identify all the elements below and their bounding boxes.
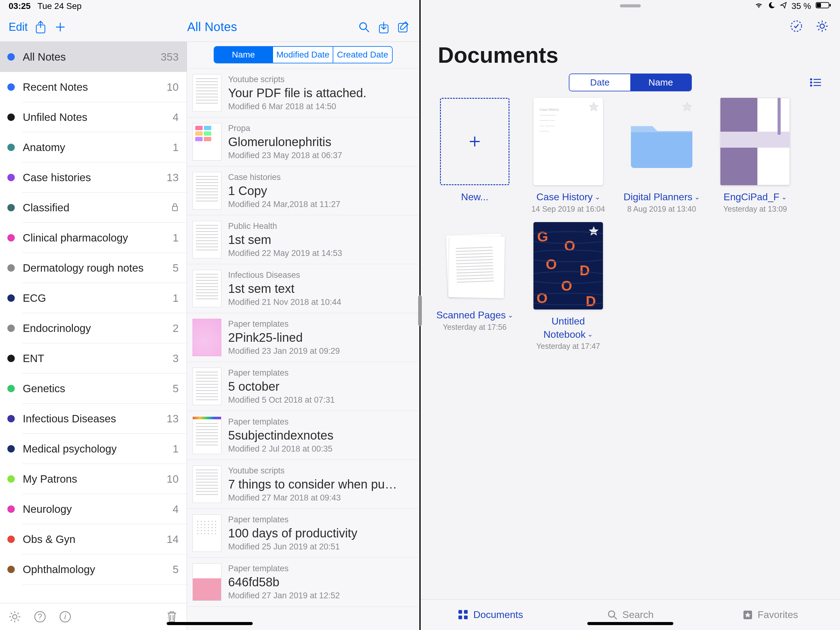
sidebar-item[interactable]: Endocrinology2 [0,313,186,343]
grabber-handle[interactable] [620,4,641,7]
home-indicator[interactable] [167,622,253,625]
note-category: Youtube scripts [228,74,366,84]
folder-count: 2 [173,322,178,334]
sidebar-item[interactable]: Ophthalmology5 [0,554,186,584]
folder-label: Medical psychology [23,443,173,455]
search-icon[interactable] [354,18,374,36]
document-cell[interactable]: Digital Planners⌄8 Aug 2019 at 13:40 [625,98,699,214]
folder-dot-icon [7,53,15,60]
sort-segment[interactable]: Name Modified Date Created Date [214,46,393,63]
document-name[interactable]: Digital Planners⌄ [624,192,700,203]
note-modified: Modified 25 Jun 2019 at 20:51 [228,542,357,552]
svg-rect-20 [458,616,462,619]
folder-count: 13 [167,413,178,425]
svg-point-15 [810,79,812,80]
document-date: 8 Aug 2019 at 13:40 [627,204,696,214]
document-date: Yesterday at 17:47 [536,342,600,351]
note-row[interactable]: Youtube scripts7 things to consider when… [187,460,419,509]
document-name[interactable]: UntitledNotebook ⌄ [543,316,593,340]
sidebar-item[interactable]: Neurology4 [0,494,186,524]
sidebar-item[interactable]: ENT3 [0,343,186,374]
sidebar-item[interactable]: Medical psychology1 [0,434,186,464]
sidebar-item[interactable]: Clinical pharmacology1 [0,223,186,253]
folder-dot-icon [7,355,15,362]
settings-gear-icon[interactable] [814,18,830,34]
sidebar-item[interactable]: Dermatology rough notes5 [0,253,186,283]
note-row[interactable]: Paper templates2Pink25-linedModified 23 … [187,313,419,362]
battery-percent: 35 % [791,1,811,11]
compose-icon[interactable] [393,18,413,36]
split-handle[interactable] [418,295,422,326]
document-date: Yesterday at 17:56 [443,323,507,332]
document-cell[interactable]: Case History─────────── ──── ────────Cas… [531,98,605,214]
document-name[interactable]: New... [461,192,489,203]
notes-toolbar: Edit All Notes [0,12,419,42]
sidebar-item[interactable]: My Patrons10 [0,464,186,494]
note-row[interactable]: Youtube scriptsYour PDF file is attached… [187,69,419,117]
sidebar-item[interactable]: Anatomy1 [0,132,186,162]
document-name[interactable]: EngCiPad_F⌄ [723,192,786,203]
sort-modified[interactable]: Modified Date [273,47,333,63]
note-modified: Modified 21 Nov 2018 at 10:44 [228,298,341,307]
note-modified: Modified 27 Mar 2018 at 09:43 [228,493,397,503]
sidebar-item[interactable]: Classified [0,193,186,223]
note-title: Your PDF file is attached. [228,86,366,100]
folder-dot-icon [7,174,15,181]
sidebar-item[interactable]: Unfiled Notes4 [0,102,186,132]
note-row[interactable]: Public Health1st semModified 22 May 2019… [187,215,419,264]
info-icon[interactable]: i [57,608,74,625]
tab-search[interactable]: Search [561,600,700,630]
document-name[interactable]: Case History⌄ [536,192,600,203]
note-row[interactable]: Paper templates5subjectindexnotesModifie… [187,411,419,460]
sort-name[interactable]: Name [214,47,273,63]
lock-icon [171,203,178,212]
sort-created[interactable]: Created Date [333,47,392,63]
sidebar-item[interactable]: Genetics5 [0,374,186,404]
note-row[interactable]: Paper templates646fd58bModified 27 Jan 2… [187,558,419,606]
document-cell[interactable]: EngCiPad_F⌄Yesterday at 13:09 [718,98,792,214]
note-modified: Modified 27 Jan 2019 at 12:52 [228,591,340,600]
add-icon[interactable] [51,18,70,36]
sync-icon[interactable] [788,18,804,34]
document-cell[interactable]: Scanned Pages⌄Yesterday at 17:56 [438,222,512,351]
sidebar-item[interactable]: Recent Notes10 [0,72,186,102]
svg-rect-11 [816,3,821,7]
sort-date[interactable]: Date [569,74,630,91]
tab-documents[interactable]: Documents [421,600,561,630]
note-thumbnail [193,123,221,161]
svg-text:i: i [64,612,66,621]
document-cell[interactable]: GOODOODUntitledNotebook ⌄Yesterday at 17… [531,222,605,351]
tab-search-label: Search [622,609,654,621]
note-modified: Modified 6 Mar 2018 at 14:50 [228,102,366,111]
gear-icon[interactable] [6,608,24,625]
sidebar-item[interactable]: ECG1 [0,283,186,313]
sidebar-item[interactable]: Case histories13 [0,162,186,193]
note-row[interactable]: Case histories1 CopyModified 24 Mar,2018… [187,166,419,215]
help-icon[interactable]: ? [32,608,49,625]
note-row[interactable]: Paper templates100 days of productivityM… [187,509,419,558]
folder-label: Infectious Diseases [23,413,167,425]
sort-segment-docs[interactable]: Date Name [569,73,692,91]
list-view-icon[interactable] [808,75,823,90]
sidebar-item[interactable]: Obs & Gyn14 [0,524,186,554]
sidebar-item[interactable]: All Notes353 [0,42,186,72]
note-row[interactable]: Infectious Diseases1st sem textModified … [187,264,419,313]
note-row[interactable]: Paper templates5 octoberModified 5 Oct 2… [187,362,419,411]
folder-label: Ophthalmology [23,563,173,576]
sort-name-docs[interactable]: Name [630,74,691,91]
home-indicator-right[interactable] [587,622,673,625]
edit-button[interactable]: Edit [9,21,28,33]
note-category: Youtube scripts [228,466,397,476]
document-name[interactable]: Scanned Pages⌄ [436,309,513,321]
tab-favorites[interactable]: Favorites [700,600,840,630]
sidebar-item[interactable]: Infectious Diseases13 [0,404,186,434]
folder-label: Neurology [23,503,173,515]
svg-rect-12 [829,4,831,6]
note-row[interactable]: PropaGlomerulonephritisModified 23 May 2… [187,117,419,166]
folder-label: All Notes [23,51,161,63]
document-cell[interactable]: New... [438,98,512,214]
share-icon[interactable] [31,18,51,36]
svg-point-13 [791,21,802,32]
note-thumbnail [193,563,221,601]
import-icon[interactable] [374,18,393,36]
